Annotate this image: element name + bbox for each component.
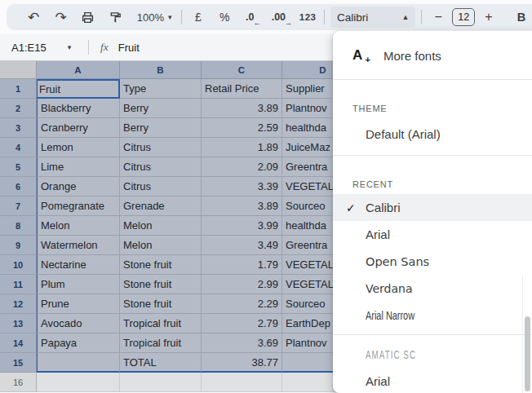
cell[interactable]: 2.99 [202, 275, 282, 294]
cell[interactable]: 3.49 [202, 236, 282, 255]
font-size-input[interactable]: 12 [452, 8, 475, 26]
menu-item-open-sans[interactable]: Open Sans [333, 248, 532, 275]
cell[interactable]: 3.89 [202, 196, 282, 216]
cell[interactable]: 3.89 [202, 99, 282, 118]
minus-icon: − [435, 10, 442, 24]
row-header-4[interactable]: 4 [0, 138, 37, 157]
zoom-select[interactable]: 100% ▾ [134, 7, 175, 28]
cell[interactable]: Citrus [120, 157, 202, 177]
menu-divider [333, 334, 532, 335]
cell[interactable]: Orange [37, 177, 120, 196]
cell[interactable]: Melon [120, 216, 202, 236]
column-header-A[interactable]: A [37, 61, 120, 79]
cell[interactable]: 3.69 [202, 333, 282, 353]
cell[interactable]: Nectarine [37, 255, 120, 275]
cell[interactable]: Prune [37, 294, 120, 314]
cell[interactable]: Lime [37, 157, 120, 177]
row-header-10[interactable]: 10 [0, 255, 37, 275]
cell[interactable]: Papaya [37, 333, 120, 353]
cell[interactable]: Tropical fruit [120, 333, 202, 353]
cell[interactable] [202, 373, 282, 392]
cell[interactable]: Grenade [120, 196, 202, 216]
redo-button[interactable]: ↷ [51, 7, 72, 28]
column-header-C[interactable]: C [202, 61, 282, 79]
cell[interactable]: Avocado [37, 314, 120, 333]
row-header-7[interactable]: 7 [0, 196, 37, 216]
cell[interactable]: 3.99 [202, 216, 282, 236]
cell[interactable]: Stone fruit [120, 255, 202, 275]
menu-scrollbar[interactable] [525, 316, 530, 391]
cell[interactable]: Citrus [120, 177, 202, 196]
cell[interactable]: 3.39 [202, 177, 282, 196]
cell[interactable]: 2.59 [202, 118, 282, 138]
row-header-14[interactable]: 14 [0, 333, 37, 353]
cell[interactable]: Type [120, 79, 202, 99]
row-header-8[interactable]: 8 [0, 216, 37, 236]
cell[interactable]: Watermelon [37, 236, 120, 255]
menu-item-arial[interactable]: Arial [333, 221, 532, 248]
cell[interactable]: Berry [120, 118, 202, 138]
cell[interactable]: 1.89 [202, 138, 282, 157]
cell[interactable]: 2.79 [202, 314, 282, 333]
select-all-corner[interactable] [0, 61, 37, 79]
font-item-label: Arial Narrow [366, 309, 415, 322]
cell[interactable]: Citrus [120, 138, 202, 157]
cell[interactable]: 2.29 [202, 294, 282, 314]
menu-item-arial[interactable]: Arial [333, 368, 532, 393]
cell[interactable]: 2.09 [202, 157, 282, 177]
more-fonts-item[interactable]: A+ More fonts [333, 38, 532, 73]
row-header-3[interactable]: 3 [0, 118, 37, 138]
cell[interactable] [37, 373, 120, 392]
row-header-2[interactable]: 2 [0, 99, 37, 118]
number-format-button[interactable]: 123 [297, 7, 318, 28]
row-header-15[interactable]: 15 [0, 353, 37, 373]
increase-font-size-button[interactable]: + [478, 7, 499, 28]
cell[interactable]: Melon [37, 216, 120, 236]
decrease-font-size-button[interactable]: − [428, 7, 449, 28]
row-header-12[interactable]: 12 [0, 294, 37, 314]
row-header-13[interactable]: 13 [0, 314, 37, 333]
formula-input[interactable]: Fruit [118, 42, 140, 54]
row-header-11[interactable]: 11 [0, 275, 37, 294]
paint-format-button[interactable] [104, 7, 126, 28]
cell[interactable] [37, 353, 120, 373]
cell[interactable]: Pomegranate [37, 196, 120, 216]
column-header-B[interactable]: B [120, 61, 202, 79]
cell[interactable]: 38.77 [202, 353, 282, 373]
bold-button[interactable]: B [511, 7, 532, 28]
row-header-1[interactable]: 1 [0, 79, 37, 99]
undo-button[interactable]: ↶ [23, 7, 44, 28]
cell[interactable] [120, 373, 202, 392]
cell[interactable]: Fruit [37, 79, 120, 99]
percent-format-button[interactable]: % [214, 7, 235, 28]
print-button[interactable] [78, 7, 99, 28]
menu-item-default-arial[interactable]: Default (Arial) [333, 118, 532, 149]
cell[interactable]: Melon [120, 236, 202, 255]
decrease-decimal-button[interactable]: .0← [241, 7, 262, 28]
cell[interactable]: Stone fruit [120, 275, 202, 294]
cell[interactable]: Blackberry [37, 99, 120, 118]
row-header-6[interactable]: 6 [0, 177, 37, 196]
currency-format-button[interactable]: £ [188, 7, 209, 28]
cell[interactable]: Retail Price [202, 79, 282, 99]
increase-decimal-button[interactable]: .00→ [269, 7, 290, 28]
cell[interactable]: TOTAL [120, 353, 202, 373]
row-header-9[interactable]: 9 [0, 236, 37, 255]
cell[interactable]: Berry [120, 99, 202, 118]
cell[interactable]: Plum [37, 275, 120, 294]
row-header-16[interactable]: 16 [0, 373, 37, 392]
row-header-5[interactable]: 5 [0, 157, 37, 177]
cell[interactable]: Cranberry [37, 118, 120, 138]
font-family-select[interactable]: Calibri ▲ [330, 7, 415, 28]
cell[interactable]: Stone fruit [120, 294, 202, 314]
formula-bar-divider [88, 40, 89, 55]
cell[interactable]: Lemon [37, 138, 120, 157]
cell[interactable]: Tropical fruit [120, 314, 202, 333]
name-box[interactable]: A1:E15 ▾ [0, 42, 82, 54]
menu-item-calibri[interactable]: ✓Calibri [333, 194, 532, 221]
menu-item-verdana[interactable]: Verdana [333, 275, 532, 302]
cell[interactable]: 1.79 [202, 255, 282, 275]
menu-item-amatic-sc[interactable]: Amatic SC [333, 341, 532, 368]
font-item-label: Calibri [366, 201, 401, 214]
menu-item-arial-narrow[interactable]: Arial Narrow [333, 302, 532, 329]
